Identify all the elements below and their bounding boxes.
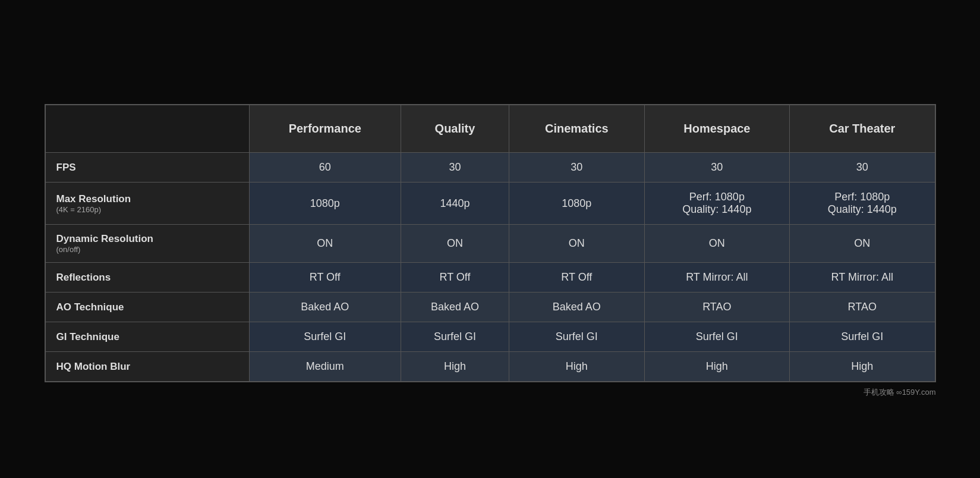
cell-1-homespace: Perf: 1080pQuality: 1440p <box>644 183 789 225</box>
table-body: FPS6030303030Max Resolution(4K = 2160p)1… <box>45 153 935 382</box>
cell-6-car_theater: High <box>790 352 935 382</box>
cell-1-performance: 1080p <box>249 183 401 225</box>
header-cinematics: Cinematics <box>509 105 644 153</box>
cell-1-quality: 1440p <box>401 183 509 225</box>
header-quality: Quality <box>401 105 509 153</box>
header-homespace: Homespace <box>644 105 789 153</box>
cell-2-homespace: ON <box>644 225 789 263</box>
page-container: PerformanceQualityCinematicsHomespaceCar… <box>21 62 960 416</box>
header-car_theater: Car Theater <box>790 105 935 153</box>
table-row: FPS6030303030 <box>45 153 935 183</box>
cell-3-homespace: RT Mirror: All <box>644 263 789 293</box>
cell-1-label: Max Resolution(4K = 2160p) <box>45 183 249 225</box>
header-performance: Performance <box>249 105 401 153</box>
table-row: GI TechniqueSurfel GISurfel GISurfel GIS… <box>45 322 935 352</box>
cell-5-homespace: Surfel GI <box>644 322 789 352</box>
cell-0-cinematics: 30 <box>509 153 644 183</box>
cell-6-homespace: High <box>644 352 789 382</box>
table-wrapper: PerformanceQualityCinematicsHomespaceCar… <box>45 104 936 382</box>
cell-6-cinematics: High <box>509 352 644 382</box>
cell-0-quality: 30 <box>401 153 509 183</box>
cell-1-car_theater: Perf: 1080pQuality: 1440p <box>790 183 935 225</box>
cell-6-performance: Medium <box>249 352 401 382</box>
cell-5-performance: Surfel GI <box>249 322 401 352</box>
table-row: AO TechniqueBaked AOBaked AOBaked AORTAO… <box>45 293 935 322</box>
cell-5-label: GI Technique <box>45 322 249 352</box>
scenarios-table: PerformanceQualityCinematicsHomespaceCar… <box>45 105 935 382</box>
header-empty <box>45 105 249 153</box>
cell-6-quality: High <box>401 352 509 382</box>
cell-1-cinematics: 1080p <box>509 183 644 225</box>
table-header-row: PerformanceQualityCinematicsHomespaceCar… <box>45 105 935 153</box>
watermark: 手机攻略 ∞159Y.com <box>45 387 936 398</box>
cell-sublabel: (4K = 2160p) <box>56 205 243 214</box>
cell-4-quality: Baked AO <box>401 293 509 322</box>
cell-2-car_theater: ON <box>790 225 935 263</box>
table-row: Dynamic Resolution(on/off)ONONONONON <box>45 225 935 263</box>
cell-sublabel: (on/off) <box>56 245 243 254</box>
cell-3-label: Reflections <box>45 263 249 293</box>
cell-0-homespace: 30 <box>644 153 789 183</box>
cell-5-quality: Surfel GI <box>401 322 509 352</box>
cell-2-quality: ON <box>401 225 509 263</box>
cell-4-homespace: RTAO <box>644 293 789 322</box>
table-row: HQ Motion BlurMediumHighHighHighHigh <box>45 352 935 382</box>
cell-2-cinematics: ON <box>509 225 644 263</box>
cell-0-performance: 60 <box>249 153 401 183</box>
cell-3-quality: RT Off <box>401 263 509 293</box>
cell-5-cinematics: Surfel GI <box>509 322 644 352</box>
table-row: Max Resolution(4K = 2160p)1080p1440p1080… <box>45 183 935 225</box>
cell-6-label: HQ Motion Blur <box>45 352 249 382</box>
cell-5-car_theater: Surfel GI <box>790 322 935 352</box>
cell-4-cinematics: Baked AO <box>509 293 644 322</box>
cell-0-label: FPS <box>45 153 249 183</box>
cell-4-performance: Baked AO <box>249 293 401 322</box>
cell-4-label: AO Technique <box>45 293 249 322</box>
cell-4-car_theater: RTAO <box>790 293 935 322</box>
table-row: ReflectionsRT OffRT OffRT OffRT Mirror: … <box>45 263 935 293</box>
cell-3-cinematics: RT Off <box>509 263 644 293</box>
cell-0-car_theater: 30 <box>790 153 935 183</box>
cell-3-car_theater: RT Mirror: All <box>790 263 935 293</box>
cell-2-label: Dynamic Resolution(on/off) <box>45 225 249 263</box>
cell-2-performance: ON <box>249 225 401 263</box>
cell-3-performance: RT Off <box>249 263 401 293</box>
